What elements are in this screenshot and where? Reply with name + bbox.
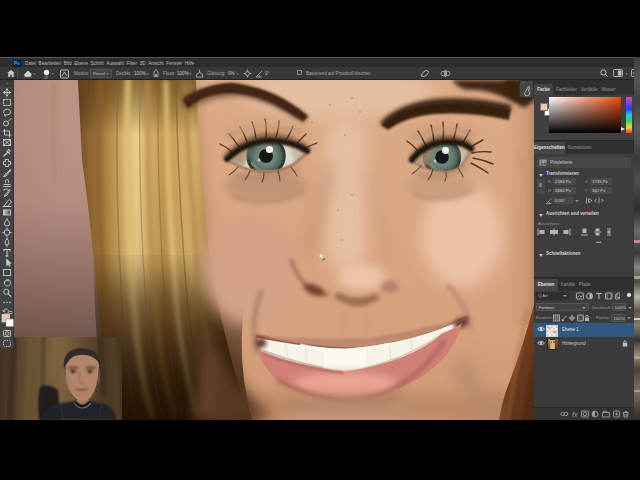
svg-text:fx: fx bbox=[572, 411, 578, 418]
